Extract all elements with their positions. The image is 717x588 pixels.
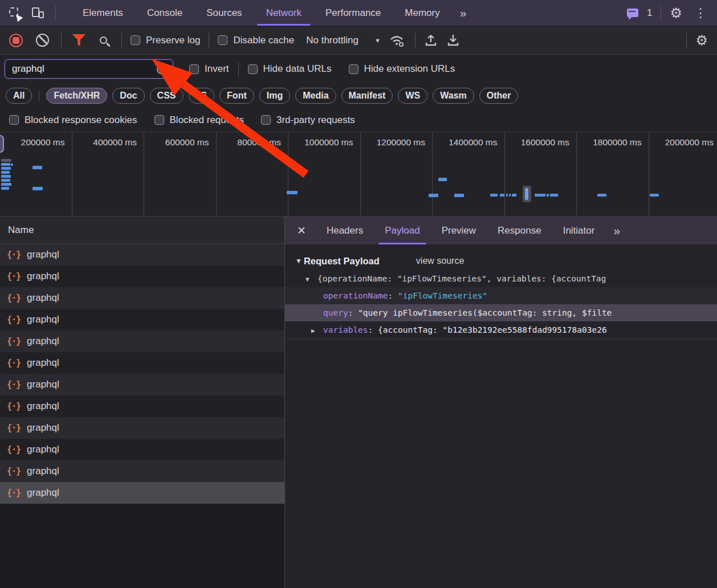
waterfall-bar [32, 166, 42, 169]
request-list-pane: Name {·}graphql{·}graphql{·}graphql{·}gr… [0, 217, 285, 588]
clear-network-log-icon[interactable] [36, 34, 49, 47]
type-filter-wasm[interactable]: Wasm [433, 88, 474, 104]
hide-extension-urls-checkbox[interactable]: Hide extension URLs [349, 63, 455, 75]
tab-console[interactable]: Console [135, 0, 194, 26]
payload-text: variables [323, 325, 368, 334]
3rd-party-requests-checkbox[interactable]: 3rd-party requests [261, 115, 355, 126]
divider [661, 6, 661, 21]
table-row[interactable]: {·}graphql [0, 330, 284, 352]
detail-tab-payload[interactable]: Payload [374, 217, 430, 244]
type-filter-img[interactable]: Img [259, 88, 290, 104]
hide-data-urls-checkbox[interactable]: Hide data URLs [248, 63, 332, 75]
disable-cache-checkbox[interactable]: Disable cache [218, 35, 294, 46]
invert-checkbox[interactable]: Invert [189, 63, 229, 75]
type-filter-all[interactable]: All [6, 88, 32, 104]
waterfall-bar [597, 194, 606, 197]
filter-icon[interactable] [72, 34, 85, 46]
detail-tab-response[interactable]: Response [487, 217, 552, 244]
divider [209, 33, 209, 48]
payload-line[interactable]: query: "query ipFlowTimeseries($accountT… [285, 304, 717, 321]
section-expander-icon[interactable]: ▼ [295, 257, 302, 265]
type-filter-css[interactable]: CSS [150, 88, 184, 104]
type-filter-js[interactable]: JS [189, 88, 215, 104]
detail-tab-preview[interactable]: Preview [431, 217, 487, 244]
type-filter-fetch-xhr[interactable]: Fetch/XHR [46, 88, 107, 104]
checkbox-label: Blocked requests [170, 115, 244, 126]
network-main-area: Name {·}graphql{·}graphql{·}graphql{·}gr… [0, 217, 717, 588]
payload-text: : [368, 325, 378, 334]
waterfall-bar [490, 194, 498, 197]
tab-sources[interactable]: Sources [194, 0, 254, 26]
json-resource-icon: {·} [7, 250, 21, 260]
type-filter-font[interactable]: Font [219, 88, 254, 104]
table-row[interactable]: {·}graphql [0, 460, 284, 482]
preserve-log-checkbox[interactable]: Preserve log [131, 35, 200, 46]
json-resource-icon: {·} [7, 423, 21, 433]
table-row[interactable]: {·}graphql [0, 395, 284, 417]
device-toolbar-icon[interactable] [32, 7, 44, 18]
tree-expander-icon[interactable]: ▶ [311, 322, 323, 338]
detail-tab-bar: ✕ HeadersPayloadPreviewResponseInitiator… [285, 217, 717, 245]
divider [61, 33, 62, 48]
request-name: graphql [27, 249, 59, 260]
record-button[interactable] [9, 34, 23, 47]
export-har-icon[interactable] [446, 34, 460, 47]
table-row[interactable]: {·}graphql [0, 309, 284, 330]
type-filter-ws[interactable]: WS [398, 88, 427, 104]
waterfall-bar [550, 194, 558, 197]
payload-text: "ipFlowTimeseries" [398, 291, 487, 300]
issues-icon[interactable] [627, 9, 638, 17]
table-row[interactable]: {·}graphql [0, 287, 284, 309]
table-row[interactable]: {·}graphql [0, 352, 284, 374]
tab-performance[interactable]: Performance [313, 0, 393, 26]
payload-line[interactable]: ▼{operationName: "ipFlowTimeseries", var… [285, 270, 717, 287]
settings-gear-icon[interactable]: ⚙ [670, 6, 682, 20]
hide-extension-urls-label: Hide extension URLs [364, 63, 455, 75]
tab-memory[interactable]: Memory [393, 0, 451, 26]
tab-elements[interactable]: Elements [71, 0, 135, 26]
payload-line[interactable]: operationName: "ipFlowTimeseries" [285, 287, 717, 304]
waterfall-bar [547, 194, 549, 197]
more-detail-tabs-icon[interactable]: » [605, 224, 628, 238]
detail-tabs: HeadersPayloadPreviewResponseInitiator [316, 217, 605, 244]
tree-expander-icon[interactable]: ▼ [305, 271, 317, 287]
type-filter-other[interactable]: Other [479, 88, 519, 104]
checkbox [131, 35, 140, 45]
inspect-element-icon[interactable] [9, 7, 21, 19]
name-column-header[interactable]: Name [0, 217, 284, 244]
type-filter-media[interactable]: Media [295, 88, 336, 104]
blocked-requests-checkbox[interactable]: Blocked requests [154, 115, 244, 126]
table-row[interactable]: {·}graphql [0, 482, 284, 504]
clear-filter-icon[interactable]: ✕ [157, 63, 168, 75]
divider [121, 33, 122, 48]
filter-input[interactable] [11, 63, 157, 75]
payload-text: operationName [323, 291, 388, 300]
payload-line[interactable]: ▶variables: {accountTag: "b12e3b2192ee55… [285, 321, 717, 338]
table-row[interactable]: {·}graphql [0, 374, 284, 395]
network-conditions-icon[interactable] [389, 34, 406, 47]
more-panels-icon[interactable]: » [452, 6, 475, 20]
request-payload-section[interactable]: ▼ Request Payload view source [285, 252, 717, 270]
close-icon[interactable]: ✕ [285, 224, 316, 237]
import-har-icon[interactable] [424, 34, 438, 47]
table-row[interactable]: {·}graphql [0, 439, 284, 460]
type-filter-manifest[interactable]: Manifest [341, 88, 393, 104]
request-name: graphql [27, 466, 59, 477]
hide-data-urls-label: Hide data URLs [263, 63, 332, 75]
type-filter-doc[interactable]: Doc [112, 88, 144, 104]
throttling-select[interactable]: No throttling ▼ [303, 35, 381, 46]
blocked-response-cookies-checkbox[interactable]: Blocked response cookies [9, 115, 137, 126]
checkbox [9, 115, 19, 125]
waterfall-bar [506, 194, 508, 197]
tab-network[interactable]: Network [254, 0, 313, 26]
network-settings-gear-icon[interactable]: ⚙ [695, 34, 708, 47]
table-row[interactable]: {·}graphql [0, 244, 284, 266]
view-source-link[interactable]: view source [416, 256, 464, 266]
detail-tab-headers[interactable]: Headers [316, 217, 374, 244]
table-row[interactable]: {·}graphql [0, 417, 284, 439]
table-row[interactable]: {·}graphql [0, 266, 284, 287]
kebab-menu-icon[interactable]: ⋮ [691, 7, 710, 19]
search-icon[interactable] [100, 36, 107, 44]
network-overview-timeline[interactable]: 200000 ms400000 ms600000 ms800000 ms1000… [0, 132, 717, 217]
detail-tab-initiator[interactable]: Initiator [552, 217, 606, 244]
